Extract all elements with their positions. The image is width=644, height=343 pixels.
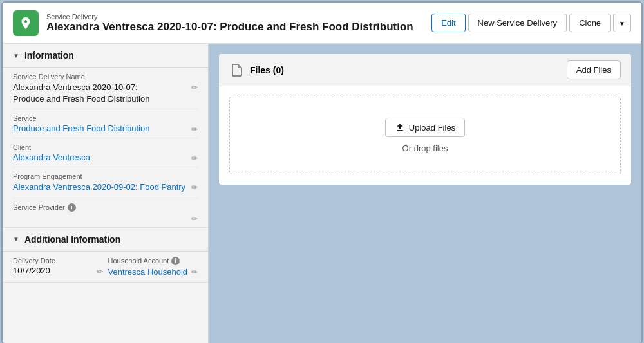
additional-section-header: ▼ Additional Information xyxy=(3,228,208,252)
field-value-household-account[interactable]: Ventresca Household xyxy=(108,266,188,278)
field-value-service-delivery-name: Alexandra Ventresca 2020-10-07:Produce a… xyxy=(13,82,149,105)
files-header: Files (0) Add Files xyxy=(219,54,631,86)
files-title-text: Files (0) xyxy=(250,65,284,75)
edit-icon-service-delivery-name[interactable]: ✏ xyxy=(191,83,198,92)
field-label-delivery-date: Delivery Date xyxy=(13,257,103,264)
header-actions: Edit New Service Delivery Clone ▼ xyxy=(431,14,631,32)
header-text: Service Delivery Alexandra Ventresca 202… xyxy=(46,13,413,33)
main-content: ▼ Information Service Delivery Name Alex… xyxy=(3,44,641,343)
field-service: Service Produce and Fresh Food Distribut… xyxy=(13,109,198,138)
info-icon-household-account: i xyxy=(171,257,180,265)
field-value-client[interactable]: Alexandra Ventresca xyxy=(13,153,90,162)
header-left: Service Delivery Alexandra Ventresca 202… xyxy=(13,10,413,36)
upload-files-button[interactable]: Upload Files xyxy=(385,118,465,137)
field-label-household-account: Household Account i xyxy=(108,257,198,265)
right-panel: Files (0) Add Files Upload Files Or drop… xyxy=(209,44,641,343)
add-files-button[interactable]: Add Files xyxy=(567,60,621,79)
information-fields: Service Delivery Name Alexandra Ventresc… xyxy=(3,68,208,228)
field-value-delivery-date: 10/7/2020 xyxy=(13,266,50,275)
edit-icon-program-engagement[interactable]: ✏ xyxy=(191,183,198,192)
app-icon xyxy=(13,10,39,36)
upload-icon xyxy=(395,122,405,133)
info-icon-service-provider: i xyxy=(68,203,76,212)
field-program-engagement: Program Engagement Alexandra Ventresca 2… xyxy=(13,167,198,198)
upload-area[interactable]: Upload Files Or drop files xyxy=(229,97,621,174)
information-section-header: ▼ Information xyxy=(3,44,208,68)
field-household-account: Household Account i Ventresca Household … xyxy=(108,252,198,282)
chevron-icon: ▼ xyxy=(13,52,19,59)
edit-icon-household-account[interactable]: ✏ xyxy=(191,268,198,277)
header-title: Alexandra Ventresca 2020-10-07: Produce … xyxy=(46,21,413,33)
edit-icon-service-provider[interactable]: ✏ xyxy=(191,214,198,223)
field-client: Client Alexandra Ventresca ✏ xyxy=(13,138,198,167)
files-icon xyxy=(229,62,245,78)
additional-two-col: Delivery Date 10/7/2020 ✏ Household Acco… xyxy=(13,252,198,282)
upload-label: Upload Files xyxy=(409,123,455,133)
field-label-program-engagement: Program Engagement xyxy=(13,172,198,180)
page-header: Service Delivery Alexandra Ventresca 202… xyxy=(3,3,641,44)
additional-fields: Delivery Date 10/7/2020 ✏ Household Acco… xyxy=(3,252,208,283)
field-label-service: Service xyxy=(13,115,198,122)
field-service-provider: Service Provider i ✏ xyxy=(13,198,198,227)
header-subtitle: Service Delivery xyxy=(46,13,413,21)
field-delivery-date: Delivery Date 10/7/2020 ✏ xyxy=(13,252,103,282)
files-title: Files (0) xyxy=(229,62,284,78)
drop-text: Or drop files xyxy=(402,144,448,153)
field-label-service-delivery-name: Service Delivery Name xyxy=(13,73,198,80)
field-label-service-provider: Service Provider i xyxy=(13,203,198,212)
field-service-delivery-name: Service Delivery Name Alexandra Ventresc… xyxy=(13,68,198,109)
files-card: Files (0) Add Files Upload Files Or drop… xyxy=(219,54,631,185)
chevron-icon-additional: ▼ xyxy=(13,236,19,243)
clone-button[interactable]: Clone xyxy=(569,14,611,32)
information-label: Information xyxy=(24,50,74,60)
left-panel: ▼ Information Service Delivery Name Alex… xyxy=(3,44,209,343)
dropdown-button[interactable]: ▼ xyxy=(613,14,631,32)
field-value-service[interactable]: Produce and Fresh Food Distribution xyxy=(13,124,149,133)
edit-icon-delivery-date[interactable]: ✏ xyxy=(97,267,103,276)
edit-icon-client[interactable]: ✏ xyxy=(191,154,198,163)
additional-label: Additional Information xyxy=(24,234,120,245)
edit-button[interactable]: Edit xyxy=(431,14,465,32)
field-value-program-engagement[interactable]: Alexandra Ventresca 2020-09-02: Food Pan… xyxy=(13,181,185,193)
field-label-client: Client xyxy=(13,144,198,151)
chevron-down-icon: ▼ xyxy=(619,20,625,27)
edit-icon-service[interactable]: ✏ xyxy=(191,125,198,134)
new-service-delivery-button[interactable]: New Service Delivery xyxy=(468,14,567,32)
